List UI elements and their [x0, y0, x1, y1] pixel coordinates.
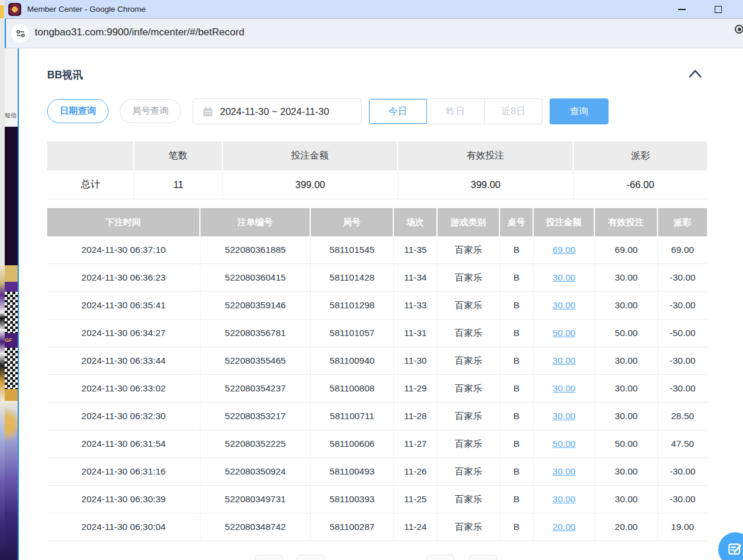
bet-record-panel: BB视讯 日期查询 局号查询 2024-11-30 ~ 2024-11-30 今…	[19, 48, 743, 560]
bet-id-cell: 522080349731	[200, 486, 311, 513]
round-id-cell: 581100393	[311, 486, 394, 513]
bet-time-cell: 2024-11-30 06:33:44	[47, 347, 200, 375]
game-type-cell: 百家乐	[438, 236, 500, 264]
table-no-cell: B	[500, 403, 534, 430]
bet-time-cell: 2024-11-30 06:31:16	[47, 458, 200, 486]
table-row: 2024-11-30 06:33:44522080355465581100940…	[47, 347, 707, 375]
session-cell: 11-35	[394, 236, 438, 264]
table-row: 2024-11-30 06:30:39522080349731581100393…	[47, 486, 707, 513]
maximize-button[interactable]	[706, 0, 730, 19]
round-id-cell: 581101298	[311, 292, 394, 319]
browser-address-bar[interactable]: tongbao31.com:9900/infe/mcenter/#/betRec…	[5, 19, 743, 48]
session-cell: 11-33	[394, 292, 438, 319]
date-query-tab[interactable]: 日期查询	[47, 99, 109, 123]
game-type-cell: 百家乐	[438, 319, 500, 347]
table-body: 2024-11-30 06:37:10522080361885581101545…	[47, 236, 707, 541]
summary-header-row: 笔数投注金额有效投注派彩	[47, 141, 707, 170]
summary-total-value: -66.00	[574, 170, 707, 199]
table-header-cell: 有效投注	[595, 208, 658, 236]
round-id-cell: 581101545	[311, 236, 394, 264]
valid-bet-cell: 30.00	[595, 264, 658, 292]
bet-time-cell: 2024-11-30 06:36:23	[47, 264, 200, 292]
table-row: 2024-11-30 06:32:30522080353217581100711…	[47, 403, 707, 430]
table-no-cell: B	[500, 264, 534, 292]
close-button[interactable]: ×	[738, 0, 743, 19]
summary-header-cell: 派彩	[574, 141, 707, 170]
chevron-up-icon[interactable]	[688, 68, 703, 79]
table-header-cell: 派彩	[658, 208, 707, 236]
session-cell: 11-26	[394, 458, 438, 486]
background-text-fragment: 短信	[5, 48, 18, 127]
date-range-input[interactable]: 2024-11-30 ~ 2024-11-30	[193, 98, 361, 124]
pagination-button[interactable]	[255, 555, 283, 560]
search-button[interactable]: 查询	[550, 98, 609, 124]
session-cell: 11-27	[394, 430, 438, 458]
window-title: Member Center - Google Chrome	[27, 5, 146, 14]
bet-amount-link[interactable]: 50.00	[534, 430, 595, 458]
bet-time-cell: 2024-11-30 06:32:30	[47, 403, 200, 430]
table-no-cell: B	[500, 513, 534, 541]
table-row: 2024-11-30 06:34:27522080356781581101057…	[47, 319, 707, 347]
bet-amount-link[interactable]: 30.00	[534, 486, 595, 513]
bet-amount-link[interactable]: 50.00	[534, 319, 595, 347]
bet-amount-link[interactable]: 30.00	[534, 403, 595, 430]
game-type-cell: 百家乐	[438, 430, 500, 458]
url-text[interactable]: tongbao31.com:9900/infe/mcenter/#/betRec…	[35, 27, 244, 38]
bet-amount-link[interactable]: 30.00	[534, 264, 595, 292]
quick-last8days-button[interactable]: 近8日	[485, 99, 542, 124]
payout-cell: -50.00	[658, 319, 707, 347]
panel-title: BB视讯	[47, 68, 83, 82]
round-query-tab[interactable]: 局号查询	[120, 99, 181, 123]
session-cell: 11-28	[394, 403, 438, 430]
table-no-cell: B	[500, 430, 534, 458]
table-header-cell: 游戏类别	[438, 208, 500, 236]
valid-bet-cell: 69.00	[595, 236, 658, 264]
valid-bet-cell: 30.00	[595, 292, 658, 319]
bet-amount-link[interactable]: 30.00	[534, 292, 595, 319]
payout-cell: -30.00	[658, 375, 707, 403]
session-cell: 11-29	[394, 375, 438, 403]
bet-amount-link[interactable]: 30.00	[534, 375, 595, 403]
bet-time-cell: 2024-11-30 06:31:54	[47, 430, 200, 458]
payout-cell: -30.00	[658, 486, 707, 513]
payout-cell: -30.00	[658, 264, 707, 292]
bet-time-cell: 2024-11-30 06:35:41	[47, 292, 200, 319]
bet-id-cell: 522080356781	[200, 319, 311, 347]
table-row: 2024-11-30 06:35:41522080359146581101298…	[47, 292, 707, 319]
table-no-cell: B	[500, 375, 534, 403]
table-header-row: 下注时间注单编号局号场次游戏类别桌号投注金额有效投注派彩	[47, 208, 707, 236]
bet-id-cell: 522080352225	[200, 430, 311, 458]
game-type-cell: 百家乐	[438, 264, 500, 292]
pagination-button[interactable]	[297, 555, 325, 560]
bet-amount-link[interactable]: 20.00	[534, 513, 595, 541]
minimize-button[interactable]	[670, 0, 693, 19]
quick-yesterday-button[interactable]: 昨日	[427, 99, 485, 124]
session-cell: 11-31	[394, 319, 438, 347]
pagination-button[interactable]	[469, 555, 497, 560]
table-row: 2024-11-30 06:30:04522080348742581100287…	[47, 513, 707, 541]
bet-amount-link[interactable]: 30.00	[534, 347, 595, 375]
table-header-cell: 投注金额	[534, 208, 595, 236]
table-no-cell: B	[500, 458, 534, 486]
valid-bet-cell: 30.00	[595, 458, 658, 486]
summary-header-cell: 有效投注	[398, 141, 574, 170]
bet-amount-link[interactable]: 69.00	[534, 236, 595, 264]
round-id-cell: 581100808	[311, 375, 394, 403]
payout-cell: 47.50	[658, 430, 707, 458]
quick-today-button[interactable]: 今日	[369, 99, 427, 124]
background-window-strip	[0, 0, 5, 560]
bet-time-cell: 2024-11-30 06:30:04	[47, 513, 200, 541]
table-header-cell: 下注时间	[47, 208, 200, 236]
background-window-fragment	[0, 5, 4, 18]
extension-target-icon[interactable]	[735, 25, 743, 34]
bet-amount-link[interactable]: 30.00	[534, 458, 595, 486]
round-id-cell: 581101057	[311, 319, 394, 347]
table-no-cell: B	[500, 236, 534, 264]
bet-id-cell: 522080354237	[200, 375, 311, 403]
round-id-cell: 581100940	[311, 347, 394, 375]
site-settings-button[interactable]	[11, 24, 29, 42]
table-no-cell: B	[500, 319, 534, 347]
game-type-cell: 百家乐	[438, 513, 500, 541]
maximize-icon	[715, 6, 722, 13]
pagination-button[interactable]	[426, 555, 455, 560]
